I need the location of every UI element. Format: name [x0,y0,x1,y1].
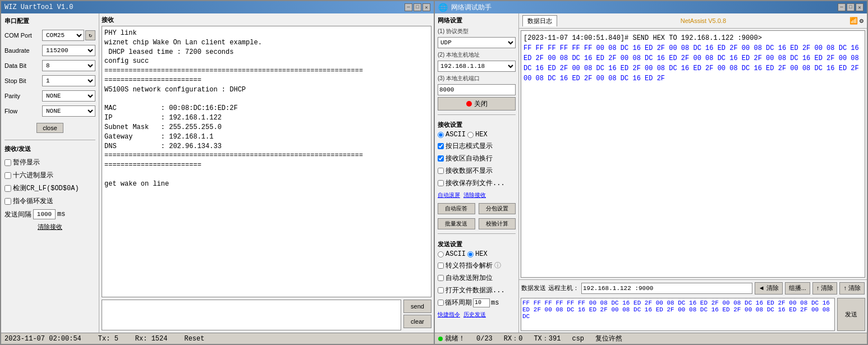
remote-host-input[interactable] [581,283,752,294]
net-divider-1 [438,114,516,115]
transfer-cmd-checkbox[interactable] [438,263,444,269]
settings-icon[interactable]: ⚙ [860,17,864,25]
recv-ascii-radio[interactable] [438,132,444,138]
com-port-select[interactable]: COM25 [42,30,84,41]
clear-recv-link[interactable]: 清除接收 [463,191,486,199]
stop-bit-select[interactable]: 1 [42,75,95,86]
auto-newline-checkbox[interactable] [438,155,444,162]
local-port-input[interactable] [438,84,516,95]
connect-btn-label: 关闭 [474,99,488,109]
wiz-tx: Tx: 5 [98,335,118,343]
net-send-input-area: FF FF FF FF FF FF 00 08 DC 16 ED 2F 00 0… [519,296,867,333]
clear-receive-button[interactable]: 清除接收 [4,223,95,231]
log-mode-checkbox[interactable] [438,143,444,149]
batch-tools-row: 批量发送 校验计算 [438,218,516,229]
net-send-textarea[interactable]: FF FF FF FF FF FF 00 08 DC 16 ED 2F 00 0… [521,298,835,331]
serial-config-title: 串口配置 [4,17,95,25]
save-file-row: 接收保存到文件... [438,178,516,188]
wiz-maximize-btn[interactable]: □ [414,3,421,11]
recv-mode-row: ASCII HEX [438,131,516,139]
flow-label: Flow [4,108,41,114]
pause-display-checkbox[interactable] [4,159,11,166]
net-close-btn[interactable]: ✕ [856,3,864,11]
ready-status: 就绪！ [438,334,465,343]
clear-left-btn[interactable]: ◄ 清除 [755,282,783,295]
cmd-loop-checkbox[interactable] [4,198,11,205]
detect-cr-lf-row: 检测CR_LF($OD$0A) [4,183,95,193]
net-titlebar: 🌐 网络调试助手 — □ ✕ [435,1,867,13]
detect-cr-lf-checkbox[interactable] [4,185,11,192]
net-title: 网络调试助手 [451,3,492,12]
baudrate-select[interactable]: 115200 [42,45,95,56]
data-bit-select[interactable]: 8 [42,60,95,71]
auto-reply-btn[interactable]: 自动应答 [438,203,475,214]
parity-label: Parity [4,93,41,99]
net-minimize-btn[interactable]: — [838,3,846,11]
wiz-close-btn[interactable]: ✕ [422,3,430,11]
send-buttons: send clear [403,300,431,330]
com-port-row: COM Port COM25 ↻ [4,30,95,41]
cmd-loop-label: 指令循环发送 [13,196,53,206]
parity-row: Parity NONE [4,90,95,102]
send-interval-unit: ms [57,210,65,218]
connect-button[interactable]: 关闭 [438,97,516,111]
auto-tools-row: 自动应答 分包设置 [438,203,516,214]
tx-text: TX：391 [534,334,561,343]
send-links-row: 快捷指令 历史发送 [438,311,516,319]
clear-up-btn2[interactable]: ↑ 清除 [839,282,865,295]
history-send-link[interactable]: 历史发送 [463,311,486,319]
send-hex-radio[interactable] [467,251,474,257]
receive-area: PHY link wiznet chip Wake On Lan client … [102,26,431,297]
packet-settings-btn[interactable]: 分包设置 [479,203,516,214]
log-mode-row: 按日志模式显示 [438,141,516,151]
clear-up-btn1[interactable]: ↑ 清除 [812,282,838,295]
group-btn[interactable]: 组播... [785,282,810,295]
net-header-icons: 📶 ⚙ [849,17,864,25]
clear-button[interactable]: clear [403,315,431,328]
send-textarea[interactable] [102,300,401,330]
com-port-refresh-btn[interactable]: ↻ [85,30,95,40]
send-ascii-radio[interactable] [438,251,444,257]
send-interval-row: 发送间隔 1000 ms [4,209,95,219]
flow-select[interactable]: NONE [42,105,95,117]
hex-display-checkbox[interactable] [4,172,11,179]
auto-clear-link[interactable]: 自动滚屏 [438,191,460,199]
send-interval-label: 发送间隔 [4,210,31,219]
wiz-rx: Rx: 1524 [135,335,168,343]
no-display-checkbox[interactable] [438,168,444,174]
auto-send-suffix-checkbox[interactable] [438,275,444,281]
wiz-minimize-btn[interactable]: — [405,3,412,11]
data-log-tab[interactable]: 数据日志 [522,15,557,26]
wifi-icon: 📶 [849,17,858,25]
connection-status-dot [466,101,472,107]
receive-panel: 接收 PHY link wiznet chip Wake On Lan clie… [99,13,434,333]
log-timestamp: [2023-11-07 14:00:51.840]# SEND HEX TO 1… [523,33,862,43]
net-assist-version: NetAssist V5.0.8 [681,17,726,24]
local-host-select[interactable]: 192.168.1.18 [438,61,516,72]
recv-hex-radio[interactable] [467,132,474,138]
open-file-send-checkbox[interactable] [438,287,444,293]
shortcut-link[interactable]: 快捷指令 [438,311,460,319]
protocol-select[interactable]: UDP [438,37,516,48]
send-mode-row: ASCII HEX [438,250,516,258]
wiz-titlebar-buttons: — □ ✕ [405,3,430,11]
loop-period-checkbox[interactable] [438,300,444,306]
recv-hex-label: HEX [475,131,488,139]
net-maximize-btn[interactable]: □ [847,3,855,11]
local-host-label: (2) 本地主机地址 [438,51,516,59]
transfer-info-icon: ⓘ [494,261,501,270]
parity-select[interactable]: NONE [42,90,95,102]
recv-ascii-label: ASCII [446,131,466,139]
baudrate-row: Baudrate 115200 [4,45,95,56]
wiz-reset: Reset [184,335,204,343]
no-display-row: 接收数据不显示 [438,166,516,176]
checksum-btn[interactable]: 校验计算 [479,218,516,229]
send-button[interactable]: send [403,300,431,313]
loop-ms-input[interactable] [473,298,490,307]
batch-send-btn[interactable]: 批量发送 [438,218,475,229]
send-interval-input[interactable]: 1000 [33,209,56,219]
serial-close-button[interactable]: close [36,123,63,133]
save-file-checkbox[interactable] [438,180,444,186]
net-send-button[interactable]: 发送 [837,298,865,331]
network-settings-title: 网络设置 [438,16,516,25]
